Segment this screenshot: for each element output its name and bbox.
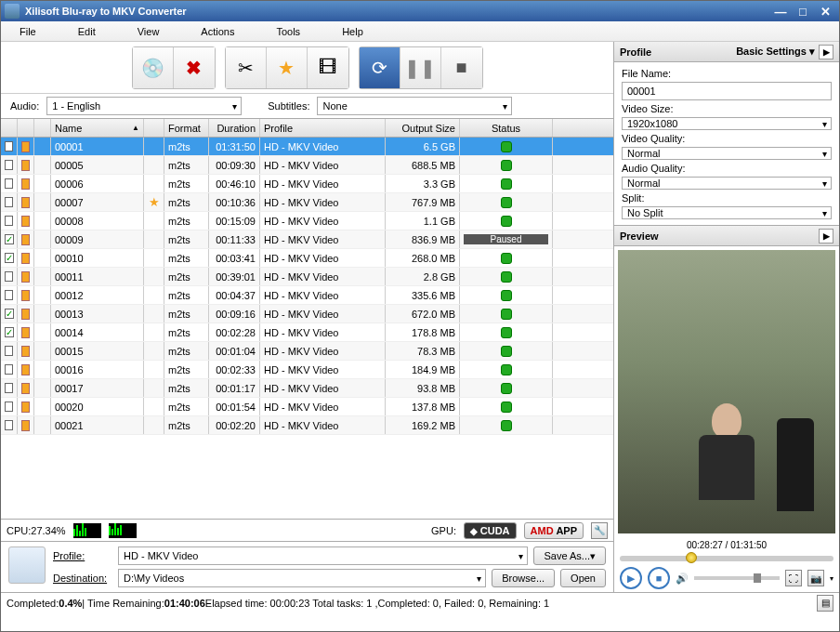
destination-select[interactable]: D:\My Videos (118, 569, 486, 587)
cuda-button[interactable]: ◆ CUDA (464, 522, 517, 539)
profile-field-label: Profile: (53, 550, 112, 561)
gpu-settings-button[interactable]: 🔧 (591, 522, 608, 539)
snapshot-button[interactable]: 📷 (807, 570, 824, 586)
table-row[interactable]: 00011m2ts00:39:01HD - MKV Video2.8 GB (1, 268, 613, 286)
menu-tools[interactable]: Tools (276, 26, 300, 37)
col-header[interactable] (18, 119, 34, 137)
col-header[interactable] (34, 119, 51, 137)
table-row[interactable]: 00016m2ts00:02:33HD - MKV Video184.9 MB (1, 361, 613, 379)
row-checkbox[interactable] (5, 178, 13, 189)
audio-select[interactable]: 1 - English (46, 97, 242, 115)
row-checkbox[interactable] (5, 271, 13, 282)
cut-button[interactable]: ✂ (226, 47, 267, 88)
fullscreen-button[interactable]: ⛶ (785, 570, 802, 586)
table-row[interactable]: 00009m2ts00:11:33HD - MKV Video836.9 MBP… (1, 230, 613, 249)
col-header[interactable]: Format (164, 119, 209, 137)
row-checkbox[interactable] (5, 327, 14, 337)
col-header[interactable]: Output Size (386, 119, 460, 137)
menu-actions[interactable]: Actions (201, 26, 234, 37)
cell-format: m2ts (164, 230, 209, 248)
save-as-button[interactable]: Save As... ▾ (533, 546, 606, 565)
cell-status (460, 416, 553, 434)
open-button[interactable]: Open (560, 569, 606, 587)
menu-file[interactable]: File (20, 26, 36, 37)
subtitles-label: Subtitles: (268, 100, 309, 112)
settings-mode[interactable]: Basic Settings ▾ (736, 46, 815, 58)
stop-button[interactable]: ■ (441, 47, 482, 88)
split-select[interactable]: No Split (622, 206, 832, 219)
table-row[interactable]: 00006m2ts00:46:10HD - MKV Video3.3 GB (1, 175, 613, 193)
effects-button[interactable]: ★ (267, 47, 308, 88)
table-row[interactable]: 00007★m2ts00:10:36HD - MKV Video767.9 MB (1, 193, 613, 212)
menu-view[interactable]: View (138, 26, 160, 37)
stop-preview-button[interactable]: ■ (648, 567, 670, 589)
row-checkbox[interactable] (5, 402, 13, 412)
open-disc-button[interactable]: 💿 (133, 47, 174, 88)
row-checkbox[interactable] (5, 290, 13, 300)
row-checkbox[interactable] (5, 234, 14, 244)
table-row[interactable]: 00021m2ts00:02:20HD - MKV Video169.2 MB (1, 416, 613, 435)
cell-size: 767.9 MB (386, 193, 460, 211)
menu-edit[interactable]: Edit (78, 26, 96, 37)
preview-expand-button[interactable]: ▶ (819, 229, 833, 244)
col-header[interactable] (1, 119, 18, 137)
minimize-button[interactable]: — (770, 5, 791, 18)
profile-select[interactable]: HD - MKV Video (118, 546, 528, 565)
table-row[interactable]: 00001m2ts01:31:50HD - MKV Video6.5 GB (1, 138, 613, 156)
table-row[interactable]: 00005m2ts00:09:30HD - MKV Video688.5 MB (1, 156, 613, 175)
row-checkbox[interactable] (5, 141, 13, 151)
browse-button[interactable]: Browse... (492, 569, 555, 587)
row-checkbox[interactable] (5, 364, 13, 375)
pause-button[interactable]: ❚❚ (400, 47, 441, 88)
row-checkbox[interactable] (5, 346, 13, 356)
add-profile-button[interactable]: 🎞 (308, 47, 348, 88)
filename-input[interactable] (622, 82, 832, 100)
cell-name: 00021 (51, 416, 144, 434)
preview-slider[interactable] (620, 556, 833, 561)
row-checkbox[interactable] (5, 309, 14, 319)
videosize-select[interactable]: 1920x1080 (622, 117, 832, 130)
table-row[interactable]: 00020m2ts00:01:54HD - MKV Video137.8 MB (1, 398, 613, 416)
col-header[interactable]: Status (460, 119, 553, 137)
row-checkbox[interactable] (5, 253, 14, 263)
cell-status (460, 193, 553, 211)
convert-button[interactable]: ⟳ (360, 47, 400, 88)
log-button[interactable]: ▤ (817, 595, 833, 612)
volume-icon[interactable]: 🔊 (676, 573, 689, 585)
row-checkbox[interactable] (5, 383, 13, 393)
table-row[interactable]: 00017m2ts00:01:17HD - MKV Video93.8 MB (1, 379, 613, 398)
col-header[interactable]: Duration (209, 119, 260, 137)
row-checkbox[interactable] (5, 197, 13, 207)
row-checkbox[interactable] (5, 216, 13, 226)
table-row[interactable]: 00014m2ts00:02:28HD - MKV Video178.8 MB (1, 323, 613, 342)
maximize-button[interactable]: □ (793, 5, 813, 18)
cell-profile: HD - MKV Video (260, 342, 386, 360)
panel-expand-button[interactable]: ▶ (819, 45, 833, 59)
volume-slider[interactable] (694, 576, 780, 580)
videoqual-select[interactable]: Normal (622, 147, 832, 160)
table-row[interactable]: 00013m2ts00:09:16HD - MKV Video672.0 MB (1, 305, 613, 323)
remove-button[interactable]: ✖ (174, 47, 215, 88)
cell-format: m2ts (164, 138, 209, 155)
table-row[interactable]: 00012m2ts00:04:37HD - MKV Video335.6 MB (1, 286, 613, 305)
menu-help[interactable]: Help (342, 26, 363, 37)
cell-duration: 00:01:17 (209, 379, 260, 397)
cell-name: 00007 (51, 193, 144, 211)
table-row[interactable]: 00015m2ts00:01:04HD - MKV Video78.3 MB (1, 342, 613, 361)
row-checkbox[interactable] (5, 160, 13, 170)
col-header[interactable] (144, 119, 164, 137)
cell-format: m2ts (164, 305, 209, 323)
play-button[interactable]: ▶ (620, 567, 642, 589)
table-row[interactable]: 00010m2ts00:03:41HD - MKV Video268.0 MB (1, 249, 613, 268)
amd-button[interactable]: AMD APP (524, 522, 584, 539)
subtitles-select[interactable]: None (317, 97, 512, 115)
snapshot-menu-button[interactable]: ▾ (830, 574, 833, 583)
col-header[interactable]: Profile (260, 119, 386, 137)
preview-title: Preview (620, 230, 659, 242)
preview-video[interactable] (618, 250, 835, 533)
col-header[interactable]: Name ▲ (51, 119, 144, 137)
audioqual-select[interactable]: Normal (622, 177, 832, 190)
row-checkbox[interactable] (5, 420, 13, 430)
close-button[interactable]: ✕ (815, 5, 835, 18)
table-row[interactable]: 00008m2ts00:15:09HD - MKV Video1.1 GB (1, 212, 613, 230)
